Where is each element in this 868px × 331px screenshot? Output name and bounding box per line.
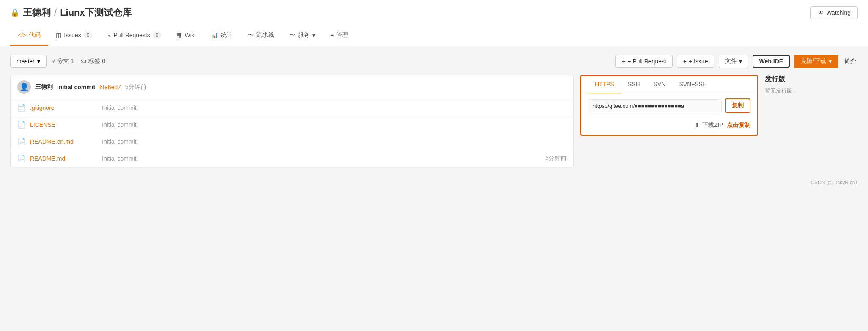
file-time-readme: 5分钟前	[533, 155, 566, 162]
nav-item-stats[interactable]: 📊 统计	[203, 25, 240, 46]
issues-badge: 0	[84, 32, 93, 38]
toolbar: master ▾ ⑂ 分支 1 🏷 标签 0 + + Pull Request …	[10, 55, 858, 68]
services-icon: 〜	[289, 31, 295, 39]
file-icon-gitignore: 📄	[17, 104, 26, 112]
clone-tab-ssh[interactable]: SSH	[621, 76, 647, 93]
nav-item-pullrequests[interactable]: ⑂ Pull Requests 0	[100, 26, 169, 45]
footer-text: CSDN @LuckyRich1	[810, 180, 858, 186]
issue-plus-icon: +	[683, 58, 687, 65]
file-name-gitignore[interactable]: .gitignore	[30, 104, 98, 111]
repo-name[interactable]: Liunx下测试仓库	[60, 6, 132, 19]
file-button[interactable]: 文件 ▾	[719, 55, 748, 68]
branch-dropdown-icon: ▾	[37, 58, 40, 65]
file-name-readme[interactable]: README.md	[30, 155, 98, 162]
nav-services-label: 服务	[298, 31, 310, 39]
nav-wiki-label: Wiki	[184, 32, 195, 38]
watching-label: Watching	[826, 9, 851, 16]
branches-info[interactable]: ⑂ 分支 1	[52, 57, 74, 65]
commit-info-row: 👤 王德利 Initial commit 6fe6ed7 5分钟前	[11, 75, 573, 99]
issues-icon: ◫	[56, 32, 61, 38]
footer-note: CSDN @LuckyRich1	[10, 180, 858, 186]
copy-btn-label: 复制	[732, 102, 744, 109]
pr-btn-label: + Pull Request	[627, 58, 666, 65]
clone-tab-svnssh[interactable]: SVN+SSH	[672, 76, 714, 93]
nav-item-issues[interactable]: ◫ Issues 0	[48, 26, 100, 45]
nav-pipeline-label: 流水线	[256, 31, 274, 39]
pr-icon: ⑂	[107, 32, 111, 38]
releases-title: 发行版	[765, 75, 858, 84]
avatar: 👤	[17, 80, 31, 94]
meta-info: ⑂ 分支 1 🏷 标签 0	[52, 57, 105, 65]
code-icon: </>	[18, 32, 26, 38]
clone-tab-https[interactable]: HTTPS	[588, 76, 621, 93]
file-dropdown-icon: ▾	[739, 58, 742, 65]
file-commit-license: Initial commit	[102, 121, 528, 128]
pr-plus-icon: +	[622, 58, 625, 65]
download-zip-button[interactable]: ⬇ 下载ZIP	[695, 121, 723, 129]
file-icon-license: 📄	[17, 120, 26, 129]
manage-icon: ≡	[330, 32, 334, 38]
file-table: 👤 王德利 Initial commit 6fe6ed7 5分钟前 📄 .git…	[10, 75, 574, 167]
clone-dropdown-icon: ▾	[829, 58, 832, 65]
commit-hash[interactable]: 6fe6ed7	[99, 84, 121, 90]
nav-stats-label: 统计	[221, 31, 233, 39]
nav-manage-label: 管理	[336, 31, 348, 39]
intro-btn-label: 简介	[844, 57, 856, 64]
copy-button[interactable]: 复制	[725, 98, 750, 113]
branches-icon: ⑂	[52, 58, 55, 65]
commit-time: 5分钟前	[125, 83, 146, 91]
file-icon-readme: 📄	[17, 154, 26, 162]
right-sidebar: 发行版 暂无发行版，	[765, 75, 858, 95]
repo-title: 🔒 王德利 / Liunx下测试仓库	[10, 6, 132, 19]
branch-selector[interactable]: master ▾	[10, 55, 47, 68]
lock-icon: 🔒	[10, 8, 19, 17]
file-name-readme-en[interactable]: README.en.md	[30, 138, 98, 145]
file-name-license[interactable]: LICENSE	[30, 121, 98, 128]
clone-tab-svn[interactable]: SVN	[647, 76, 673, 93]
nav-pr-label: Pull Requests	[113, 32, 150, 38]
services-dropdown-icon: ▾	[312, 32, 315, 38]
intro-button[interactable]: 简介	[843, 55, 858, 68]
nav-item-code[interactable]: </> 代码	[10, 25, 48, 46]
main-panel: 👤 王德利 Initial commit 6fe6ed7 5分钟前 📄 .git…	[10, 75, 858, 167]
repo-separator: /	[54, 7, 57, 18]
clone-url-input[interactable]	[588, 99, 722, 112]
clone-footer: ⬇ 下载ZIP 点击复制	[581, 118, 757, 135]
clone-btn-label: 克隆/下载	[801, 57, 826, 65]
repo-owner[interactable]: 王德利	[23, 6, 51, 19]
watching-button[interactable]: 👁 Watching	[810, 6, 858, 19]
nav-item-pipeline[interactable]: 〜 流水线	[240, 25, 282, 46]
nav-code-label: 代码	[29, 31, 41, 39]
nav-issues-label: Issues	[64, 32, 81, 38]
webide-button[interactable]: Web IDE	[753, 55, 790, 68]
clone-tabs: HTTPS SSH SVN SVN+SSH	[581, 76, 757, 93]
download-icon: ⬇	[695, 122, 700, 129]
wiki-icon: ▦	[176, 32, 182, 38]
commit-author[interactable]: 王德利	[35, 83, 53, 91]
releases-empty: 暂无发行版，	[765, 87, 858, 95]
file-commit-readme: Initial commit	[102, 155, 528, 162]
issue-btn-label: + Issue	[689, 58, 708, 65]
nav-item-services[interactable]: 〜 服务 ▾	[282, 25, 323, 46]
pr-badge: 0	[153, 32, 162, 38]
tags-info[interactable]: 🏷 标签 0	[80, 57, 105, 65]
eye-icon: 👁	[818, 9, 824, 16]
pull-request-button[interactable]: + + Pull Request	[615, 55, 673, 68]
file-row: 📄 README.md Initial commit 5分钟前	[11, 150, 573, 167]
click-copy-hint: 点击复制	[727, 121, 750, 129]
file-row: 📄 .gitignore Initial commit	[11, 99, 573, 116]
download-zip-label: 下载ZIP	[702, 121, 723, 129]
file-commit-gitignore: Initial commit	[102, 104, 528, 111]
header-bar: 🔒 王德利 / Liunx下测试仓库 👁 Watching	[0, 0, 868, 25]
toolbar-right: + + Pull Request + + Issue 文件 ▾ Web IDE …	[615, 55, 858, 68]
nav-item-wiki[interactable]: ▦ Wiki	[169, 26, 203, 45]
nav-item-manage[interactable]: ≡ 管理	[323, 25, 356, 46]
nav-bar: </> 代码 ◫ Issues 0 ⑂ Pull Requests 0 ▦ Wi…	[0, 25, 868, 46]
pipeline-icon: 〜	[248, 31, 254, 39]
file-icon-readme-en: 📄	[17, 137, 26, 145]
clone-button[interactable]: 克隆/下载 ▾	[794, 55, 838, 68]
branches-label: 分支 1	[57, 57, 74, 65]
branch-label: master	[16, 58, 35, 65]
webide-btn-label: Web IDE	[759, 58, 783, 65]
issue-button[interactable]: + + Issue	[677, 55, 714, 68]
